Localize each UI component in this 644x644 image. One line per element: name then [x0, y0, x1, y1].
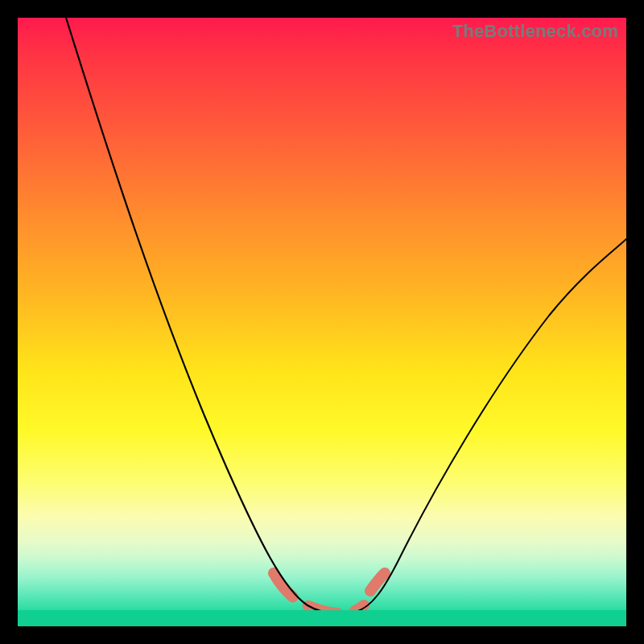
optimal-range-highlight — [274, 573, 385, 613]
curve-layer — [18, 18, 626, 626]
curve-right-branch — [356, 239, 626, 612]
plot-area: TheBottleneck.com — [18, 18, 626, 626]
baseline-band — [18, 610, 626, 626]
chart-frame: TheBottleneck.com — [0, 0, 644, 644]
curve-left-branch — [66, 18, 356, 613]
